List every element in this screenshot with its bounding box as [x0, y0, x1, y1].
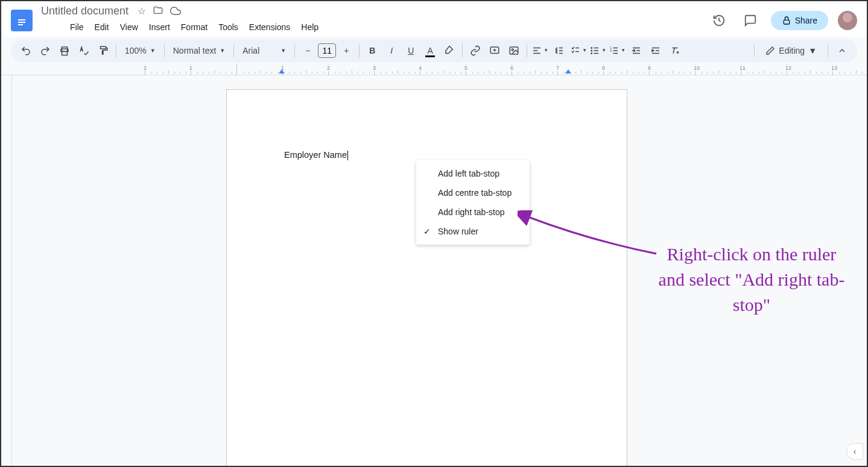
document-title[interactable]: Untitled document	[37, 4, 132, 18]
avatar[interactable]	[838, 11, 857, 30]
caret-down-icon: ▼	[621, 48, 626, 53]
svg-point-18	[591, 53, 592, 54]
ruler-tick: 5	[466, 64, 512, 75]
menu-help[interactable]: Help	[296, 20, 323, 34]
italic-button[interactable]: I	[382, 42, 401, 60]
left-indent-marker-icon[interactable]	[279, 69, 285, 74]
clear-formatting-button[interactable]	[666, 42, 684, 60]
ruler-tick: 1	[282, 64, 328, 75]
ctx-item-3[interactable]: ✓Show ruler	[416, 222, 530, 241]
menu-file[interactable]: File	[65, 20, 89, 34]
document-body-text[interactable]: Employer Name	[284, 150, 348, 160]
undo-button[interactable]	[17, 42, 35, 60]
check-icon: ✓	[423, 227, 431, 236]
ruler-tick: 7	[557, 64, 603, 75]
svg-text:2: 2	[610, 49, 612, 52]
collapse-toolbar-button[interactable]	[833, 42, 851, 60]
header-actions: Share	[708, 10, 857, 31]
lock-icon	[782, 16, 791, 25]
move-icon[interactable]	[153, 5, 163, 19]
add-comment-button[interactable]	[486, 42, 504, 60]
cloud-status-icon[interactable]	[170, 5, 181, 19]
menu-tools[interactable]: Tools	[214, 20, 243, 34]
horizontal-ruler[interactable]: 21123456789101112131415	[1, 64, 867, 75]
separator	[828, 44, 828, 57]
docs-logo-icon[interactable]	[11, 10, 33, 31]
mode-label: Editing	[779, 46, 805, 55]
caret-down-icon: ▼	[601, 48, 606, 53]
ruler-tick: 4	[420, 64, 466, 75]
header-row: Untitled document ☆ FileEditViewInsertFo…	[11, 5, 857, 37]
menu-format[interactable]: Format	[176, 20, 212, 34]
decrease-font-button[interactable]: −	[299, 42, 317, 60]
separator	[754, 44, 755, 57]
bold-button[interactable]: B	[363, 42, 381, 60]
comments-icon[interactable]	[740, 10, 761, 31]
vertical-ruler[interactable]	[1, 76, 12, 466]
ruler-tick: 2	[145, 64, 191, 75]
increase-font-button[interactable]: +	[337, 42, 355, 60]
separator	[359, 44, 360, 57]
align-button[interactable]: ▼	[531, 42, 549, 60]
ruler-tick	[236, 64, 282, 75]
side-panel-toggle[interactable]: ‹	[846, 443, 863, 460]
right-indent-marker-icon[interactable]	[565, 69, 571, 74]
caret-down-icon: ▼	[582, 48, 587, 53]
paint-format-button[interactable]	[94, 42, 112, 60]
underline-button[interactable]: U	[402, 42, 420, 60]
highlight-button[interactable]	[440, 42, 458, 60]
bulleted-list-button[interactable]: ▼	[589, 42, 607, 60]
print-button[interactable]	[55, 42, 74, 60]
redo-button[interactable]	[36, 42, 54, 60]
insert-image-button[interactable]	[505, 42, 523, 60]
zoom-select[interactable]: 100%▼	[120, 42, 160, 60]
increase-indent-button[interactable]	[647, 42, 665, 60]
font-size-input[interactable]: 11	[318, 43, 336, 58]
ruler-tick: 1	[191, 64, 236, 75]
annotation-text: Right-click on the ruler and select "Add…	[655, 242, 848, 318]
font-select[interactable]: Arial▼	[238, 42, 291, 60]
star-icon[interactable]: ☆	[138, 5, 146, 19]
separator	[116, 44, 116, 57]
separator	[294, 44, 295, 57]
ruler-tick: 9	[649, 64, 695, 75]
ruler-tick: 6	[512, 64, 557, 75]
paragraph-style-select[interactable]: Normal text▼	[168, 42, 230, 60]
menu-insert[interactable]: Insert	[144, 20, 175, 34]
text-cursor-icon	[347, 151, 348, 160]
ruler-tick: 3	[374, 64, 420, 75]
caret-down-icon: ▼	[220, 48, 225, 54]
checklist-button[interactable]: ▼	[569, 42, 588, 60]
separator	[462, 44, 463, 57]
separator	[164, 44, 165, 57]
line-spacing-button[interactable]	[550, 42, 568, 60]
decrease-indent-button[interactable]	[627, 42, 645, 60]
numbered-list-button[interactable]: 12▼	[608, 42, 626, 60]
svg-rect-2	[18, 24, 23, 25]
history-icon[interactable]	[708, 10, 730, 31]
ctx-item-2[interactable]: Add right tab-stop	[416, 202, 530, 222]
ruler-tick: 13	[832, 64, 867, 75]
share-label: Share	[795, 16, 817, 25]
insert-link-button[interactable]	[466, 42, 484, 60]
pencil-icon	[765, 46, 775, 55]
ruler-tick: 12	[787, 64, 832, 75]
menu-extensions[interactable]: Extensions	[244, 20, 295, 34]
menu-view[interactable]: View	[115, 20, 143, 34]
caret-down-icon: ▼	[808, 46, 817, 55]
menu-edit[interactable]: Edit	[90, 20, 114, 34]
ruler-context-menu: Add left tab-stopAdd centre tab-stopAdd …	[416, 160, 530, 245]
editing-mode-button[interactable]: Editing ▼	[759, 42, 823, 60]
svg-rect-3	[784, 20, 789, 25]
ctx-item-1[interactable]: Add centre tab-stop	[416, 183, 530, 202]
page[interactable]: Employer Name	[226, 89, 627, 466]
text-color-button[interactable]: A	[421, 42, 439, 60]
spellcheck-button[interactable]	[75, 42, 93, 60]
toolbar: 100%▼ Normal text▼ Arial▼ − 11 + B I U A…	[11, 39, 857, 62]
caret-down-icon: ▼	[280, 48, 286, 54]
share-button[interactable]: Share	[771, 11, 828, 30]
ctx-item-0[interactable]: Add left tab-stop	[416, 164, 530, 183]
ctx-item-label: Add right tab-stop	[438, 207, 505, 217]
ruler-tick: 2	[328, 64, 374, 75]
separator	[233, 44, 234, 57]
